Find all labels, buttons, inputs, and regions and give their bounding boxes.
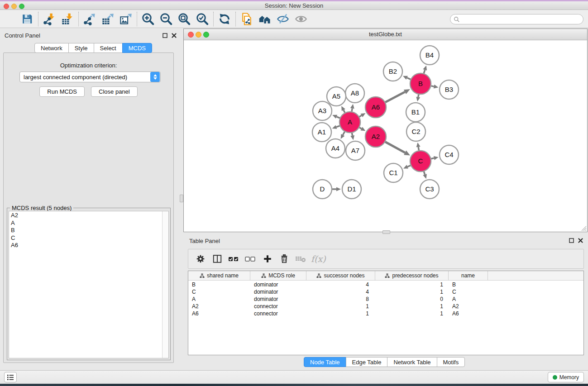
graph-edge-A-A6[interactable] xyxy=(359,115,362,117)
table-cell[interactable]: A xyxy=(188,295,250,303)
search-input[interactable] xyxy=(460,16,583,23)
window-resize-grip[interactable] xyxy=(580,225,587,231)
table-cell[interactable]: C xyxy=(449,288,488,295)
select-all-columns-button[interactable] xyxy=(225,251,242,267)
graph-edge-A2-C[interactable] xyxy=(385,142,405,152)
table-cell[interactable]: connector xyxy=(250,303,306,310)
horizontal-splitter-grip[interactable] xyxy=(382,230,390,234)
unselect-all-columns-button[interactable] xyxy=(242,251,259,267)
table-cell[interactable]: A xyxy=(449,295,488,303)
show-column-panel-button[interactable] xyxy=(209,251,225,267)
graph-edge-B-B4[interactable] xyxy=(424,70,425,73)
hide-graphics-details-button[interactable] xyxy=(274,11,292,27)
tab-network-table[interactable]: Network Table xyxy=(387,357,437,367)
zoom-out-button[interactable] xyxy=(157,11,175,27)
mcds-result-item[interactable]: B xyxy=(9,227,162,234)
table-settings-button[interactable] xyxy=(192,251,209,267)
float-panel-icon[interactable] xyxy=(162,33,167,38)
table-cell[interactable]: A6 xyxy=(449,310,488,317)
table-cell[interactable]: 1 xyxy=(306,303,375,310)
table-row[interactable]: Cdominator41C xyxy=(188,288,583,295)
import-network-button[interactable] xyxy=(40,11,58,27)
column-header-mcds-role[interactable]: MCDS role xyxy=(250,271,306,280)
graph-edge-C-C3[interactable] xyxy=(424,172,425,175)
new-network-button[interactable] xyxy=(238,11,256,27)
dropdown-stepper-icon[interactable] xyxy=(150,72,160,82)
table-row[interactable]: A6connector11A6 xyxy=(188,310,583,317)
close-panel-button[interactable]: Close panel xyxy=(91,86,138,97)
zoom-fit-button[interactable] xyxy=(175,11,193,27)
table-cell[interactable]: 8 xyxy=(306,295,375,303)
table-cell[interactable]: A2 xyxy=(188,303,250,310)
listbox-scrollbar[interactable] xyxy=(162,211,168,358)
table-cell[interactable]: 1 xyxy=(375,288,449,295)
refresh-view-button[interactable] xyxy=(215,11,234,27)
criterion-dropdown[interactable]: largest connected component (directed) xyxy=(19,71,161,82)
graph-edge-B-B3[interactable] xyxy=(431,86,434,86)
table-cell[interactable]: B xyxy=(188,281,250,288)
graph-edge-A-A2[interactable] xyxy=(359,128,362,129)
table-cell[interactable]: A6 xyxy=(188,310,250,317)
graph-edge-A-A7[interactable] xyxy=(352,133,352,136)
graph-edge-C-C4[interactable] xyxy=(431,158,434,158)
zoom-in-button[interactable] xyxy=(139,11,157,27)
close-panel-icon[interactable] xyxy=(578,238,583,243)
save-session-button[interactable] xyxy=(18,11,36,27)
tab-select[interactable]: Select xyxy=(94,43,123,53)
mcds-result-item[interactable]: A xyxy=(9,219,162,227)
float-panel-icon[interactable] xyxy=(569,238,574,243)
graph-edge-C-C1[interactable] xyxy=(407,166,411,167)
table-cell[interactable]: 1 xyxy=(375,281,449,288)
graph-edge-A-A5[interactable] xyxy=(344,110,345,113)
run-mcds-button[interactable]: Run MCDS xyxy=(39,86,85,97)
table-cell[interactable]: B xyxy=(449,281,488,288)
graph-edge-A-A1[interactable] xyxy=(336,126,339,127)
export-table-button[interactable] xyxy=(99,11,117,27)
task-history-button[interactable] xyxy=(4,372,17,382)
mcds-result-item[interactable]: C xyxy=(9,234,162,242)
graph-edge-A-A4[interactable] xyxy=(343,132,344,135)
graph-edge-B-B1[interactable] xyxy=(418,95,419,97)
memory-button[interactable]: Memory xyxy=(548,372,584,382)
table-cell[interactable]: dominator xyxy=(250,295,306,303)
tab-edge-table[interactable]: Edge Table xyxy=(346,357,388,367)
close-panel-icon[interactable] xyxy=(171,33,177,38)
import-table-button[interactable] xyxy=(58,11,76,27)
table-cell[interactable]: dominator xyxy=(250,288,306,295)
table-cell[interactable]: 1 xyxy=(375,310,449,317)
mcds-result-item[interactable]: A2 xyxy=(9,212,162,219)
column-header-predecessor-nodes[interactable]: predecessor nodes xyxy=(375,271,449,280)
table-row[interactable]: A2connector11A2 xyxy=(188,303,583,310)
search-field[interactable] xyxy=(450,14,583,24)
delete-column-button[interactable] xyxy=(276,251,292,267)
table-row[interactable]: Bdominator41B xyxy=(188,281,583,288)
graph-edge-A6-B[interactable] xyxy=(385,92,405,102)
tab-network[interactable]: Network xyxy=(34,43,69,53)
column-header-name[interactable]: name xyxy=(449,271,488,280)
table-cell[interactable]: C xyxy=(188,288,250,295)
graph-edge-A-A3[interactable] xyxy=(336,117,339,118)
table-cell[interactable]: 1 xyxy=(306,310,375,317)
table-row[interactable]: Adominator80A xyxy=(188,295,583,303)
table-cell[interactable]: 0 xyxy=(375,295,449,303)
table-cell[interactable]: 4 xyxy=(306,281,375,288)
table-cell[interactable]: dominator xyxy=(250,281,306,288)
tab-node-table[interactable]: Node Table xyxy=(304,357,346,367)
graph-edge-A-A8[interactable] xyxy=(352,109,352,112)
table-cell[interactable]: connector xyxy=(250,310,306,317)
mcds-result-item[interactable]: A6 xyxy=(9,242,162,249)
export-network-button[interactable] xyxy=(81,11,99,27)
table-cell[interactable]: A2 xyxy=(449,303,488,310)
tab-mcds[interactable]: MCDS xyxy=(122,43,152,53)
export-image-button[interactable] xyxy=(117,11,135,27)
column-header-successor-nodes[interactable]: successor nodes xyxy=(306,271,375,280)
tab-motifs[interactable]: Motifs xyxy=(437,357,465,367)
table-cell[interactable]: 1 xyxy=(375,303,449,310)
apply-layout-button[interactable] xyxy=(256,11,274,27)
vertical-splitter-grip[interactable] xyxy=(180,195,183,202)
table-cell[interactable]: 4 xyxy=(306,288,375,295)
create-column-button[interactable] xyxy=(259,251,276,267)
zoom-selected-button[interactable] xyxy=(193,11,211,27)
graph-edge-B-B2[interactable] xyxy=(407,78,411,80)
delete-table-button[interactable] xyxy=(292,251,309,267)
